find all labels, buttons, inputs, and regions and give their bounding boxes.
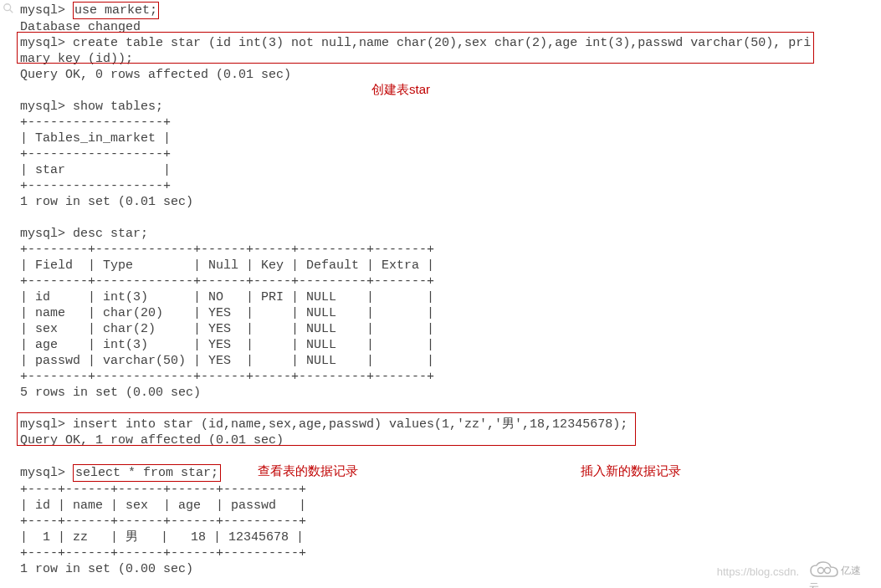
magnify-icon [3, 3, 14, 14]
tables-border: +------------------+ [20, 179, 171, 193]
desc-row: | age | int(3) | YES | | NULL | | [20, 338, 434, 352]
svg-line-1 [10, 10, 13, 13]
svg-point-2 [818, 568, 824, 574]
tables-header: | Tables_in_market | [20, 131, 171, 146]
svg-point-3 [825, 568, 831, 574]
db-changed-msg: Database changed [20, 20, 141, 34]
annotation-select: 查看表的数据记录 [258, 463, 358, 478]
watermark-text: https://blog.csdn. [717, 564, 799, 580]
tables-border: +------------------+ [20, 115, 171, 130]
select-row: | 1 | zz | 男 | 18 | 12345678 | [20, 530, 304, 545]
select-footer: 1 row in set (0.00 sec) [20, 562, 193, 576]
prompt: mysql> [20, 227, 65, 241]
annotation-create: 创建表star [371, 81, 430, 97]
desc-border: +--------+-------------+------+-----+---… [20, 274, 434, 289]
desc-footer: 5 rows in set (0.00 sec) [20, 386, 201, 400]
prompt: mysql> [20, 100, 65, 114]
desc-row: | passwd | varchar(50) | YES | | NULL | … [20, 354, 434, 368]
desc-row: | name | char(20) | YES | | NULL | | [20, 306, 434, 320]
svg-point-0 [4, 4, 11, 11]
tables-row: | star | [20, 163, 171, 177]
desc-border: +--------+-------------+------+-----+---… [20, 370, 434, 384]
select-header: | id | name | sex | age | passwd | [20, 499, 306, 513]
prompt: mysql> [20, 466, 65, 480]
annotation-insert: 插入新的数据记录 [581, 463, 681, 478]
desc-row: | id | int(3) | NO | PRI | NULL | | [20, 290, 434, 304]
select-border: +----+------+------+------+----------+ [20, 546, 306, 560]
logo-yisu: 亿速云 [809, 561, 869, 581]
use-command: use market; [73, 2, 159, 19]
desc-cmd: desc star; [73, 227, 148, 241]
desc-row: | sex | char(2) | YES | | NULL | | [20, 322, 434, 336]
tables-border: +------------------+ [20, 147, 171, 161]
prompt: mysql> [20, 36, 65, 50]
select-border: +----+------+------+------+----------+ [20, 514, 306, 529]
select-border: +----+------+------+------+----------+ [20, 483, 306, 497]
select-cmd: select * from star; [73, 464, 221, 482]
create-table-cmd: create table star (id int(3) not null,na… [20, 36, 811, 66]
insert-ok: Query OK, 1 row affected (0.01 sec) [20, 433, 284, 447]
prompt: mysql> [20, 417, 65, 432]
desc-header: | Field | Type | Null | Key | Default | … [20, 258, 434, 273]
query-ok-create: Query OK, 0 rows affected (0.01 sec) [20, 68, 291, 82]
prompt: mysql> [20, 3, 65, 18]
tables-footer: 1 row in set (0.01 sec) [20, 195, 193, 209]
desc-border: +--------+-------------+------+-----+---… [20, 243, 434, 257]
show-tables-cmd: show tables; [73, 100, 163, 114]
cloud-icon [809, 561, 839, 580]
insert-cmd: insert into star (id,name,sex,age,passwd… [73, 417, 627, 432]
